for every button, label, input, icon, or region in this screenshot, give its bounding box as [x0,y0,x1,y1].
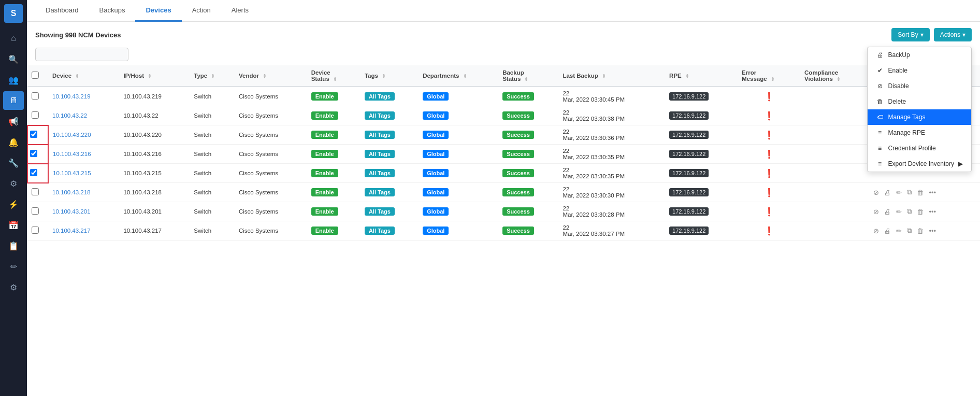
sidebar-item-actions[interactable]: ⚡ [3,195,24,214]
row-checkbox[interactable] [32,92,39,100]
sort-dept-icon: ⇕ [463,74,467,79]
dropdown-item-export[interactable]: ≡ Export Device Inventory ▶ [868,156,971,172]
row-checkbox[interactable] [30,131,37,138]
backup-row-btn[interactable]: 🖨 [883,227,892,235]
sidebar-item-schedule[interactable]: 📅 [3,216,24,234]
row-type: Switch [190,202,235,221]
dropdown-item-manage-rpe[interactable]: ≡ Manage RPE [868,125,971,140]
edit-row-btn[interactable]: ✏ [895,227,903,235]
backup-row-btn[interactable]: 🖨 [883,207,892,216]
sidebar-item-home[interactable]: ⌂ [3,29,24,48]
col-tags[interactable]: Tags ⇕ [361,65,419,87]
row-checkbox[interactable] [32,227,39,234]
row-device: 10.100.43.218 [48,183,119,202]
sidebar-item-reports[interactable]: 📋 [3,236,24,255]
device-link[interactable]: 10.100.43.22 [52,112,87,119]
rpe-badge: 172.16.9.122 [669,188,709,196]
row-status: Enable [307,164,361,183]
dept-badge: Global [423,111,449,120]
error-icon: ❗ [764,111,774,120]
more-row-btn[interactable]: ••• [927,207,938,216]
row-checkbox[interactable] [32,188,39,195]
col-last-backup[interactable]: Last Backup ⇕ [558,65,665,87]
row-compliance [800,145,868,164]
col-vendor[interactable]: Vendor ⇕ [235,65,307,87]
select-all-checkbox[interactable] [32,72,39,79]
row-checkbox[interactable] [32,111,39,119]
sort-by-button[interactable]: Sort By ▾ [891,28,929,41]
col-type[interactable]: Type ⇕ [190,65,235,87]
row-checkbox-cell [27,145,48,164]
edit-row-btn[interactable]: ✏ [895,188,903,197]
device-link[interactable]: 10.100.43.218 [52,189,91,195]
dropdown-item-delete[interactable]: 🗑 Delete [868,94,971,109]
search-input[interactable] [35,48,128,61]
sidebar-item-config[interactable]: ⚙ [3,278,24,296]
tab-devices[interactable]: Devices [135,0,181,22]
row-vendor: Cisco Systems [235,202,307,221]
sidebar-item-users[interactable]: 👥 [3,70,24,89]
dropdown-item-backup[interactable]: 🖨 BackUp [868,47,971,63]
tab-action[interactable]: Action [182,0,221,22]
tab-dashboard[interactable]: Dashboard [35,0,89,22]
dropdown-item-enable[interactable]: ✔ Enable [868,63,971,78]
dropdown-item-manage-tags[interactable]: 🏷 Manage Tags [868,109,971,125]
row-rpe: 172.16.9.122 [665,125,738,145]
edit-row-btn[interactable]: ✏ [895,207,903,216]
col-backup-status[interactable]: BackupStatus ⇕ [498,65,558,87]
disable-row-btn[interactable]: ⊘ [872,207,881,216]
delete-row-btn[interactable]: 🗑 [915,207,925,216]
dropdown-item-disable[interactable]: ⊘ Disable [868,78,971,94]
copy-row-btn[interactable]: ⧉ [905,226,913,235]
device-link[interactable]: 10.100.43.201 [52,208,91,215]
row-checkbox-cell [27,87,48,106]
dropdown-item-credential[interactable]: ≡ Credential Profile [868,140,971,156]
device-link[interactable]: 10.100.43.220 [53,132,91,138]
tags-badge: All Tags [365,169,395,177]
col-error-message[interactable]: ErrorMessage ⇕ [738,65,800,87]
col-device[interactable]: Device ⇕ [48,65,119,87]
copy-row-btn[interactable]: ⧉ [905,188,913,197]
tag-icon: 🏷 [876,114,884,121]
more-row-btn[interactable]: ••• [927,188,938,197]
row-vendor: Cisco Systems [235,87,307,106]
actions-button[interactable]: Actions ▾ [934,28,972,41]
sidebar-item-alerts[interactable]: 📢 [3,112,24,131]
row-checkbox[interactable] [30,150,37,157]
tab-alerts[interactable]: Alerts [221,0,259,22]
row-checkbox-cell [27,125,48,145]
col-device-status[interactable]: DeviceStatus ⇕ [307,65,361,87]
tab-backups[interactable]: Backups [89,0,136,22]
device-link[interactable]: 10.100.43.216 [53,151,91,157]
rpe-badge: 172.16.9.122 [669,131,709,139]
backup-row-btn[interactable]: 🖨 [883,188,892,197]
device-link[interactable]: 10.100.43.217 [52,228,91,234]
row-dept: Global [419,145,498,164]
disable-row-btn[interactable]: ⊘ [872,188,881,197]
delete-row-btn[interactable]: 🗑 [915,188,925,197]
col-departments[interactable]: Departments ⇕ [419,65,498,87]
row-backup: Success [498,221,558,241]
sidebar-item-devices[interactable]: 🖥 [3,91,24,110]
row-checkbox[interactable] [30,169,37,176]
copy-row-btn[interactable]: ⧉ [905,207,913,216]
device-link[interactable]: 10.100.43.219 [52,93,91,100]
row-type: Switch [190,183,235,202]
disable-row-btn[interactable]: ⊘ [872,227,881,235]
sidebar-item-edit[interactable]: ✏ [3,257,24,276]
sort-lastbackup-icon: ⇕ [602,74,606,79]
sort-compliance-icon: ⇕ [837,77,841,82]
col-ip[interactable]: IP/Host ⇕ [119,65,190,87]
sidebar-item-search[interactable]: 🔍 [3,50,24,68]
device-link[interactable]: 10.100.43.215 [53,170,91,176]
sidebar-item-tools[interactable]: 🔧 [3,153,24,172]
sidebar-item-notifications[interactable]: 🔔 [3,133,24,151]
sidebar-item-settings[interactable]: ⚙ [3,174,24,193]
row-checkbox[interactable] [32,207,39,215]
row-vendor: Cisco Systems [235,164,307,183]
row-dept: Global [419,87,498,106]
col-rpe[interactable]: RPE ⇕ [665,65,738,87]
more-row-btn[interactable]: ••• [927,227,938,235]
delete-row-btn[interactable]: 🗑 [915,227,925,235]
col-compliance[interactable]: ComplianceViolations ⇕ [800,65,868,87]
